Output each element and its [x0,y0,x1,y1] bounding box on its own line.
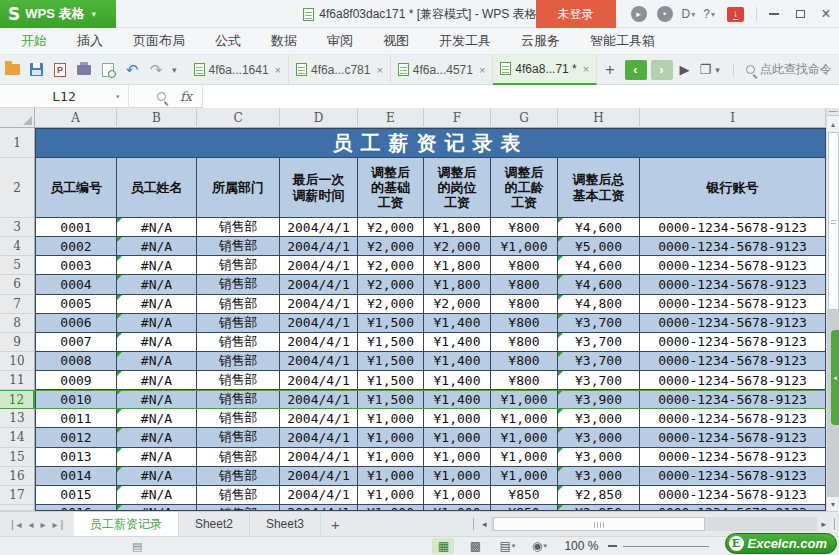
employee-name-cell[interactable]: #N/A [117,352,197,371]
menu-tab[interactable]: 开始 [6,28,62,55]
adjust-date-cell[interactable]: 2004/4/1 [280,390,358,409]
formula-input[interactable] [203,85,839,108]
row-header[interactable]: 11 [0,371,35,390]
sidebar-handle[interactable]: ◂ [831,330,839,425]
seniority-salary-cell[interactable]: ¥1,000 [491,467,558,486]
post-salary-cell[interactable]: ¥1,400 [424,352,491,371]
prev-sheet-icon[interactable]: ◂ [28,519,33,530]
department-cell[interactable]: 销售部 [197,390,280,409]
department-cell[interactable]: 销售部 [197,409,280,428]
adjust-date-cell[interactable]: 2004/4/1 [280,486,358,505]
menu-tab[interactable]: 审阅 [312,28,368,55]
department-cell[interactable]: 销售部 [197,275,280,294]
column-header[interactable]: E [358,108,424,128]
base-salary-cell[interactable]: ¥1,500 [358,352,424,371]
help-menu[interactable]: ?▾ [703,7,715,21]
message-icon[interactable]: • [657,6,673,22]
bank-account-cell[interactable]: 0000-1234-5678-9123 [640,390,826,409]
employee-name-cell[interactable]: #N/A [117,390,197,409]
department-cell[interactable]: 销售部 [197,333,280,352]
base-salary-cell[interactable]: ¥2,000 [358,237,424,256]
row-header[interactable]: 13 [0,409,35,428]
adjust-date-cell[interactable]: 2004/4/1 [280,371,358,390]
employee-name-cell[interactable]: #N/A [117,218,197,237]
adjust-date-cell[interactable]: 2004/4/1 [280,237,358,256]
header-cell[interactable]: 调整后的岗位工资 [424,158,491,218]
post-salary-cell[interactable]: ¥1,400 [424,314,491,333]
department-cell[interactable]: 销售部 [197,295,280,314]
employee-name-cell[interactable]: #N/A [117,237,197,256]
menu-tab[interactable]: 开发工具 [424,28,506,55]
base-salary-cell[interactable]: ¥1,000 [358,409,424,428]
new-document-button[interactable]: + [597,61,622,79]
total-salary-cell[interactable]: ¥3,700 [558,352,640,371]
employee-id-cell[interactable]: 0001 [35,218,117,237]
adjust-date-cell[interactable]: 2004/4/1 [280,256,358,275]
play-presentation-icon[interactable]: ▶ [680,62,690,77]
post-salary-cell[interactable]: ¥2,000 [424,237,491,256]
employee-name-cell[interactable]: #N/A [117,409,197,428]
column-header[interactable]: C [197,108,280,128]
bank-account-cell[interactable]: 0000-1234-5678-9123 [640,295,826,314]
bank-account-cell[interactable]: 0000-1234-5678-9123 [640,314,826,333]
bank-account-cell[interactable]: 0000-1234-5678-9123 [640,409,826,428]
employee-name-cell[interactable]: #N/A [117,448,197,467]
post-salary-cell[interactable]: ¥2,000 [424,295,491,314]
employee-id-cell[interactable]: 0002 [35,237,117,256]
save-icon[interactable] [26,60,46,80]
seniority-salary-cell[interactable]: ¥800 [491,275,558,294]
bank-account-cell[interactable]: 0000-1234-5678-9123 [640,237,826,256]
base-salary-cell[interactable]: ¥1,500 [358,333,424,352]
row-header[interactable]: 12 [0,390,35,409]
seniority-salary-cell[interactable]: ¥1,000 [491,237,558,256]
adjust-date-cell[interactable]: 2004/4/1 [280,295,358,314]
employee-id-cell[interactable]: 0008 [35,352,117,371]
department-cell[interactable]: 销售部 [197,256,280,275]
bank-account-cell[interactable]: 0000-1234-5678-9123 [640,256,826,275]
base-salary-cell[interactable]: ¥1,000 [358,448,424,467]
seniority-salary-cell[interactable]: ¥800 [491,218,558,237]
document-tab[interactable]: 4f6a...4571× [391,55,494,85]
post-salary-cell[interactable]: ¥1,000 [424,467,491,486]
row-header[interactable]: 9 [0,333,35,352]
total-salary-cell[interactable]: ¥5,000 [558,237,640,256]
department-cell[interactable]: 销售部 [197,467,280,486]
department-cell[interactable]: 销售部 [197,486,280,505]
horizontal-scrollbar-thumb[interactable] [493,517,705,531]
row-header[interactable]: 10 [0,352,35,371]
column-header[interactable]: A [35,108,117,128]
header-cell[interactable]: 员工编号 [35,158,117,218]
seniority-salary-cell[interactable]: ¥800 [491,352,558,371]
seniority-salary-cell[interactable]: ¥800 [491,371,558,390]
header-cell[interactable]: 最后一次调薪时间 [280,158,358,218]
header-cell[interactable]: 调整后的工龄工资 [491,158,558,218]
adjust-date-cell[interactable]: 2004/4/1 [280,333,358,352]
row-header[interactable]: 5 [0,256,35,275]
select-all-corner[interactable] [0,108,35,128]
employee-id-cell[interactable]: 0015 [35,486,117,505]
adjust-date-cell[interactable]: 2004/4/1 [280,314,358,333]
open-file-icon[interactable] [2,60,22,80]
total-salary-cell[interactable]: ¥4,800 [558,295,640,314]
menu-tab[interactable]: 智能工具箱 [575,28,670,55]
login-button[interactable]: 未登录 [536,0,616,28]
row-header[interactable] [0,505,35,511]
base-salary-cell[interactable]: ¥2,000 [358,256,424,275]
employee-id-cell[interactable]: 0010 [35,390,117,409]
menu-tab[interactable]: 公式 [200,28,256,55]
minimize-button[interactable] [761,0,787,28]
seniority-salary-cell[interactable]: ¥1,000 [491,428,558,447]
employee-id-cell[interactable]: 0009 [35,371,117,390]
bank-account-cell[interactable]: 0000-1234-5678-9123 [640,218,826,237]
seniority-salary-cell[interactable]: ¥1,000 [491,409,558,428]
post-salary-cell[interactable]: ¥1,400 [424,390,491,409]
employee-id-cell[interactable]: 0012 [35,428,117,447]
row-header[interactable]: 1 [0,128,35,158]
column-header[interactable]: B [117,108,197,128]
maximize-button[interactable] [787,0,813,28]
command-search[interactable]: 点此查找命令 [746,61,832,78]
close-button[interactable]: × [813,0,839,28]
header-cell[interactable]: 调整后的基础工资 [358,158,424,218]
skin-icon[interactable]: ▸ [631,6,647,22]
export-pdf-icon[interactable]: P [50,60,70,80]
